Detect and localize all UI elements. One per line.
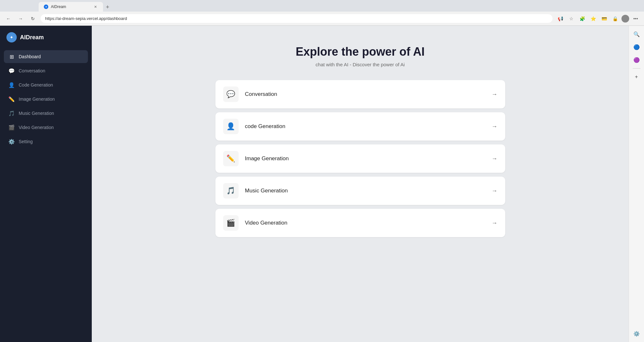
card-title-conversation: Conversation [245,91,485,97]
sidebar-label-image-generation: Image Generation [19,97,55,102]
browser-content: ✦ AIDream ⊞ Dashboard 💬 Conversation 👤 C… [0,26,644,342]
video-generation-card-icon: 🎬 [226,219,235,227]
sidebar-label-code-generation: Code Generation [19,82,53,88]
card-conversation[interactable]: 💬 Conversation → [215,80,505,108]
read-aloud-button[interactable]: 📢 [556,14,565,23]
logo-icon: ✦ [6,32,17,42]
sidebar-item-setting[interactable]: ⚙️ Setting [4,135,88,148]
card-title-music-generation: Music Generation [245,188,485,194]
video-generation-icon: 🎬 [8,124,15,131]
tab-bar: AIDream ✕ + [0,0,644,12]
music-generation-icon: 🎵 [8,110,15,116]
forward-button[interactable]: → [16,14,25,23]
card-icon-image-generation: ✏️ [223,151,239,166]
image-generation-card-icon: ✏️ [226,154,235,163]
edge-settings-button[interactable]: ⚙️ [631,328,642,339]
edge-copilot-button[interactable]: 🔵 [631,41,642,53]
active-tab[interactable]: AIDream ✕ [39,2,103,12]
sidebar-label-dashboard: Dashboard [19,54,41,59]
card-icon-code-generation: 👤 [223,119,239,134]
browser-window: AIDream ✕ + ← → ↻ 📢 ☆ 🧩 ⭐ 💳 🔒 ••• ✦ [0,0,644,342]
card-arrow-image-generation: → [492,155,497,162]
profile-avatar[interactable] [621,15,629,23]
browser-more[interactable]: 🔒 [611,14,620,23]
new-tab-button[interactable]: + [103,3,112,12]
dashboard-icon: ⊞ [8,53,15,60]
back-button[interactable]: ← [4,14,13,23]
music-generation-card-icon: 🎵 [226,187,235,195]
card-title-image-generation: Image Generation [245,155,485,162]
card-arrow-code-generation: → [492,123,497,130]
card-title-video-generation: Video Generation [245,220,485,226]
code-generation-card-icon: 👤 [226,122,235,131]
sidebar-item-music-generation[interactable]: 🎵 Music Generation [4,107,88,120]
code-generation-icon: 👤 [8,82,15,88]
card-arrow-conversation: → [492,91,497,98]
card-icon-conversation: 💬 [223,87,239,102]
card-icon-video-generation: 🎬 [223,215,239,231]
menu-dots[interactable]: ••• [631,14,640,23]
logo-symbol: ✦ [10,35,14,40]
refresh-button[interactable]: ↻ [28,14,37,23]
sidebar-label-conversation: Conversation [19,68,45,73]
edge-divider [633,68,640,69]
url-bar[interactable] [41,14,553,23]
card-title-code-generation: code Generation [245,123,485,130]
card-image-generation[interactable]: ✏️ Image Generation → [215,144,505,173]
page-title: Explore the power of AI [296,45,425,59]
sidebar-item-code-generation[interactable]: 👤 Code Generation [4,79,88,91]
card-arrow-music-generation: → [492,188,497,194]
sidebar-item-conversation[interactable]: 💬 Conversation [4,64,88,77]
sidebar-item-video-generation[interactable]: 🎬 Video Generation [4,121,88,134]
conversation-icon: 💬 [8,68,15,74]
card-video-generation[interactable]: 🎬 Video Generation → [215,209,505,237]
sidebar: ✦ AIDream ⊞ Dashboard 💬 Conversation 👤 C… [0,26,92,342]
sidebar-label-video-generation: Video Generation [19,125,54,130]
app-name: AIDream [20,34,44,41]
main-content: Explore the power of AI chat with the AI… [92,26,629,342]
sidebar-navigation: ⊞ Dashboard 💬 Conversation 👤 Code Genera… [0,48,92,342]
edge-sidebar: 🔍 🔵 🟣 + ⚙️ [629,26,644,342]
card-code-generation[interactable]: 👤 code Generation → [215,112,505,141]
card-music-generation[interactable]: 🎵 Music Generation → [215,177,505,205]
sidebar-label-setting: Setting [19,139,33,144]
browser-actions: 📢 ☆ 🧩 ⭐ 💳 🔒 ••• [556,14,640,23]
collections-button[interactable]: ⭐ [589,14,598,23]
card-arrow-video-generation: → [492,220,497,226]
tab-title: AIDream [51,5,66,9]
image-generation-icon: ✏️ [8,96,15,102]
feature-cards-container: 💬 Conversation → 👤 code Generation → ✏️ [215,80,505,237]
favorites-button[interactable]: ☆ [567,14,576,23]
address-bar: ← → ↻ 📢 ☆ 🧩 ⭐ 💳 🔒 ••• [0,12,644,26]
edge-add-button[interactable]: + [631,71,642,83]
page-header: Explore the power of AI chat with the AI… [296,45,425,67]
sidebar-label-music-generation: Music Generation [19,111,54,116]
card-icon-music-generation: 🎵 [223,183,239,199]
browser-wallet[interactable]: 💳 [600,14,609,23]
sidebar-item-dashboard[interactable]: ⊞ Dashboard [4,50,88,63]
sidebar-item-image-generation[interactable]: ✏️ Image Generation [4,93,88,106]
page-subtitle: chat with the AI - Discover the power of… [296,62,425,67]
edge-extensions-button[interactable]: 🟣 [631,54,642,66]
edge-search-button[interactable]: 🔍 [631,28,642,40]
sidebar-logo: ✦ AIDream [0,26,92,48]
tab-favicon [44,5,48,9]
tab-close-button[interactable]: ✕ [93,4,98,9]
setting-icon: ⚙️ [8,138,15,145]
conversation-card-icon: 💬 [226,90,235,98]
extensions-button[interactable]: 🧩 [578,14,587,23]
